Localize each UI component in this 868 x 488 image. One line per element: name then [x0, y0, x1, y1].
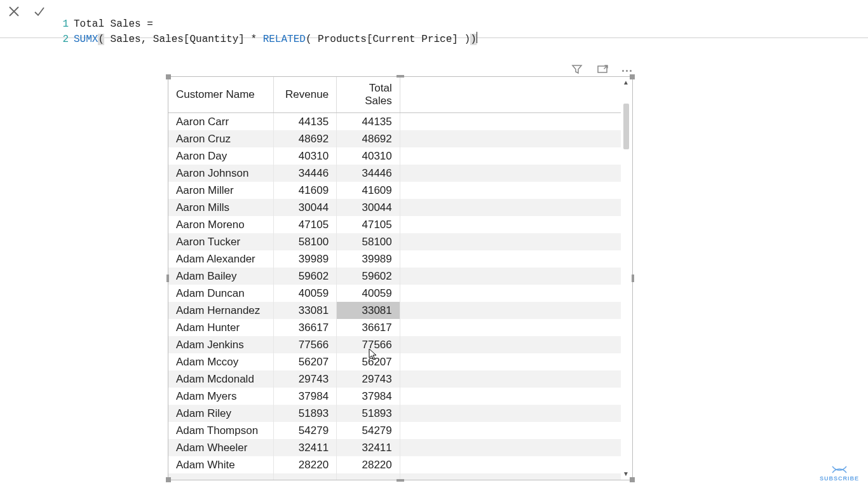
cell-revenue[interactable]: 58100 [273, 233, 337, 250]
cell-total-sales[interactable]: 59602 [337, 268, 400, 285]
cell-customer-name[interactable]: Aaron Cruz [168, 130, 273, 147]
resize-handle[interactable] [166, 274, 169, 282]
cell-revenue[interactable]: 39989 [273, 250, 337, 268]
cell-customer-name[interactable]: Adam Mcdonald [168, 370, 273, 388]
table-row[interactable]: Adam Mcdonald2974329743 [168, 370, 621, 388]
cell-revenue[interactable]: 59602 [273, 268, 337, 285]
cell-revenue[interactable]: 33081 [273, 302, 337, 319]
scroll-down-arrow[interactable]: ▼ [623, 471, 629, 477]
cell-customer-name[interactable]: Aaron Johnson [168, 165, 273, 182]
cell-customer-name[interactable]: Adam Jenkins [168, 336, 273, 353]
filter-icon[interactable] [571, 64, 583, 78]
cell-customer-name[interactable]: Adam Bailey [168, 268, 273, 285]
cell-total-sales[interactable]: 58100 [337, 233, 400, 250]
table-row[interactable]: Aaron Mills3004430044 [168, 199, 621, 216]
cell-total-sales[interactable]: 30044 [337, 199, 400, 216]
cell-revenue[interactable]: 77566 [273, 336, 337, 353]
resize-handle[interactable] [397, 479, 404, 482]
cell-revenue[interactable]: 44135 [273, 113, 337, 131]
table-row[interactable]: Adam Riley5189351893 [168, 405, 621, 422]
cell-revenue[interactable]: 40310 [273, 147, 337, 165]
table-row[interactable]: Adam Jenkins7756677566 [168, 336, 621, 353]
cell-total-sales[interactable]: 40310 [337, 147, 400, 165]
cell-customer-name[interactable]: Adam Alexander [168, 250, 273, 268]
table-row[interactable]: Adam Hunter3661736617 [168, 319, 621, 336]
cell-customer-name[interactable]: Aaron Day [168, 147, 273, 165]
resize-handle[interactable] [166, 477, 171, 482]
table-row[interactable]: Adam Bailey5960259602 [168, 268, 621, 285]
cell-total-sales[interactable]: 48692 [337, 130, 400, 147]
resize-handle[interactable] [630, 477, 635, 482]
cell-total-sales[interactable]: 54279 [337, 422, 400, 439]
cell-revenue[interactable]: 29743 [273, 370, 337, 388]
col-revenue[interactable]: Revenue [273, 77, 337, 113]
cell-total-sales[interactable]: 47105 [337, 216, 400, 233]
commit-formula-button[interactable] [33, 5, 46, 20]
cell-revenue[interactable]: 36617 [273, 319, 337, 336]
cell-revenue[interactable]: 47105 [273, 216, 337, 233]
cell-total-sales[interactable]: 28220 [337, 456, 400, 473]
table-row[interactable]: Adam Hernandez3308133081 [168, 302, 621, 319]
cell-revenue[interactable]: 54279 [273, 422, 337, 439]
resize-handle[interactable] [630, 74, 635, 79]
table-row[interactable]: Adam Wheeler3241132411 [168, 439, 621, 456]
cell-revenue[interactable]: 51893 [273, 405, 337, 422]
table-row[interactable]: Aaron Tucker5810058100 [168, 233, 621, 250]
cell-customer-name[interactable]: Aaron Mills [168, 199, 273, 216]
cell-customer-name[interactable]: Aaron Tucker [168, 233, 273, 250]
resize-handle[interactable] [166, 74, 171, 79]
cell-customer-name[interactable]: Adam Hernandez [168, 302, 273, 319]
cell-total-sales[interactable]: 33081 [337, 302, 400, 319]
cell-revenue[interactable]: 56207 [273, 353, 337, 370]
cell-revenue[interactable]: 37984 [273, 388, 337, 405]
table-row[interactable]: Adam Mccoy5620756207 [168, 353, 621, 370]
scroll-thumb[interactable] [623, 104, 629, 149]
cell-total-sales[interactable]: 29743 [337, 370, 400, 388]
cell-customer-name[interactable]: Adam Wheeler [168, 439, 273, 456]
cell-revenue[interactable]: 48692 [273, 130, 337, 147]
resize-handle[interactable] [397, 75, 404, 78]
cell-total-sales[interactable]: 77566 [337, 336, 400, 353]
cell-revenue[interactable]: 32411 [273, 439, 337, 456]
focus-mode-icon[interactable] [597, 64, 608, 78]
cell-customer-name[interactable]: Aaron Miller [168, 182, 273, 199]
table-row[interactable]: Adam White2822028220 [168, 456, 621, 473]
cell-revenue[interactable]: 28220 [273, 456, 337, 473]
cell-total-sales[interactable]: 44135 [337, 113, 400, 131]
cell-customer-name[interactable]: Adam White [168, 456, 273, 473]
scroll-up-arrow[interactable]: ▲ [623, 79, 629, 86]
cell-customer-name[interactable]: Aaron Moreno [168, 216, 273, 233]
table-row[interactable]: Adam Myers3798437984 [168, 388, 621, 405]
cell-revenue[interactable]: 34446 [273, 165, 337, 182]
cell-total-sales[interactable]: 56207 [337, 353, 400, 370]
cell-revenue[interactable]: 41609 [273, 182, 337, 199]
table-row[interactable]: Aaron Day4031040310 [168, 147, 621, 165]
cell-total-sales[interactable]: 36617 [337, 319, 400, 336]
cell-customer-name[interactable]: Aaron Carr [168, 113, 273, 131]
table-row[interactable]: Aaron Carr4413544135 [168, 113, 621, 131]
col-customer-name[interactable]: Customer Name [168, 77, 273, 113]
table-row[interactable]: Adam Alexander3998939989 [168, 250, 621, 268]
cancel-formula-button[interactable] [8, 5, 20, 20]
cell-total-sales[interactable]: 41609 [337, 182, 400, 199]
cell-total-sales[interactable]: 34446 [337, 165, 400, 182]
cell-customer-name[interactable]: Adam Myers [168, 388, 273, 405]
table-row[interactable]: Aaron Johnson3444634446 [168, 165, 621, 182]
more-options-icon[interactable] [622, 70, 632, 72]
cell-total-sales[interactable]: 39989 [337, 250, 400, 268]
cell-total-sales[interactable]: 51893 [337, 405, 400, 422]
col-total-sales[interactable]: Total Sales [337, 77, 400, 113]
cell-customer-name[interactable]: Adam Duncan [168, 285, 273, 302]
table-row[interactable]: Aaron Moreno4710547105 [168, 216, 621, 233]
cell-customer-name[interactable]: Adam Hunter [168, 319, 273, 336]
vertical-scrollbar[interactable]: ▲ ▼ [621, 79, 631, 477]
cell-revenue[interactable]: 30044 [273, 199, 337, 216]
table-row[interactable]: Aaron Miller4160941609 [168, 182, 621, 199]
cell-revenue[interactable]: 40059 [273, 285, 337, 302]
resize-handle[interactable] [632, 274, 634, 282]
cell-total-sales[interactable]: 32411 [337, 439, 400, 456]
cell-customer-name[interactable]: Adam Mccoy [168, 353, 273, 370]
cell-customer-name[interactable]: Adam Thompson [168, 422, 273, 439]
table-visual[interactable]: ▲ ▼ Customer Name Revenue Total Sales Aa… [168, 76, 633, 480]
cell-customer-name[interactable]: Adam Riley [168, 405, 273, 422]
